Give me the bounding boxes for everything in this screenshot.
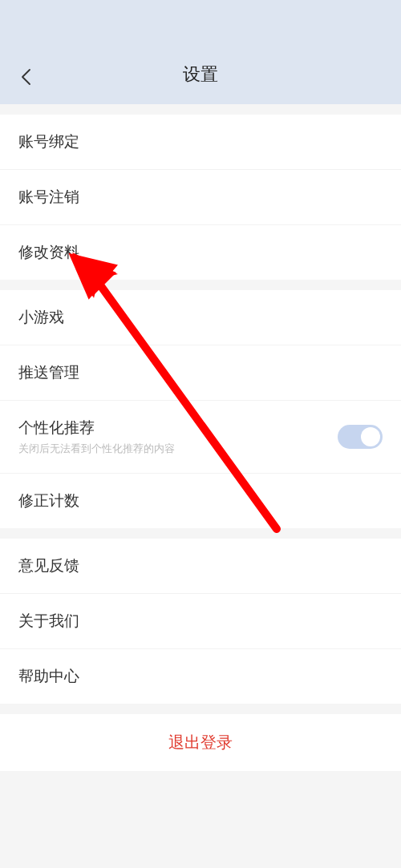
- section-logout: 退出登录: [0, 714, 401, 771]
- toggle-switch[interactable]: [338, 425, 383, 449]
- header-bar: 设置: [0, 0, 401, 104]
- item-help-center[interactable]: 帮助中心: [0, 649, 401, 704]
- item-label: 推送管理: [18, 362, 79, 383]
- item-account-delete[interactable]: 账号注销: [0, 170, 401, 225]
- item-label: 账号绑定: [18, 131, 79, 152]
- item-label: 小游戏: [18, 307, 64, 328]
- item-label: 关于我们: [18, 611, 79, 632]
- item-label: 账号注销: [18, 187, 79, 208]
- section-account: 账号绑定 账号注销 修改资料: [0, 115, 401, 280]
- page-title: 设置: [0, 63, 401, 87]
- item-push-management[interactable]: 推送管理: [0, 345, 401, 401]
- item-fix-count[interactable]: 修正计数: [0, 474, 401, 528]
- item-about-us[interactable]: 关于我们: [0, 594, 401, 649]
- item-edit-profile[interactable]: 修改资料: [0, 225, 401, 280]
- item-label: 意见反馈: [18, 555, 79, 576]
- item-text-wrap: 个性化推荐 关闭后无法看到个性化推荐的内容: [18, 418, 175, 456]
- back-icon[interactable]: [16, 67, 35, 87]
- item-label: 修改资料: [18, 242, 79, 263]
- item-personalized-recommend[interactable]: 个性化推荐 关闭后无法看到个性化推荐的内容: [0, 401, 401, 474]
- section-features: 小游戏 推送管理 个性化推荐 关闭后无法看到个性化推荐的内容 修正计数: [0, 290, 401, 528]
- item-sublabel: 关闭后无法看到个性化推荐的内容: [18, 442, 175, 456]
- logout-button[interactable]: 退出登录: [0, 714, 401, 771]
- item-mini-games[interactable]: 小游戏: [0, 290, 401, 345]
- item-feedback[interactable]: 意见反馈: [0, 539, 401, 594]
- section-support: 意见反馈 关于我们 帮助中心: [0, 539, 401, 704]
- item-label: 修正计数: [18, 491, 79, 511]
- item-label: 帮助中心: [18, 666, 79, 687]
- item-label: 个性化推荐: [18, 418, 175, 438]
- item-account-bind[interactable]: 账号绑定: [0, 115, 401, 170]
